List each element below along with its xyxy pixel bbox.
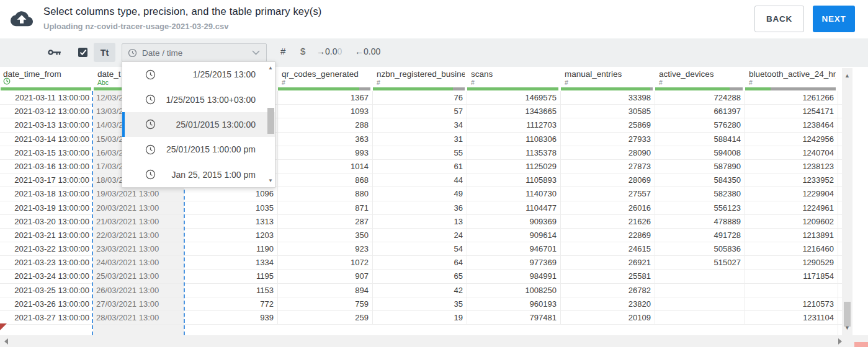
table-cell[interactable]: 984991	[467, 270, 560, 283]
table-cell[interactable]: 24/03/2021 13:00	[93, 256, 185, 269]
table-cell[interactable]: 1125029	[467, 160, 560, 173]
table-cell[interactable]: 61	[372, 160, 467, 173]
dropdown-option[interactable]: 1/25/2015 13:00	[122, 62, 275, 87]
table-cell[interactable]: 1140730	[467, 187, 560, 200]
table-cell[interactable]	[655, 297, 745, 310]
increase-decimals-button[interactable]: →0.00	[316, 46, 342, 56]
decrease-decimals-button[interactable]: ←0.00	[355, 46, 380, 56]
table-cell[interactable]: 36	[372, 201, 467, 214]
table-cell[interactable]: 923	[277, 242, 372, 255]
table-cell[interactable]: 20/03/2021 13:00	[93, 201, 185, 214]
table-cell[interactable]: 30585	[560, 105, 655, 118]
currency-type-button[interactable]: $	[300, 46, 305, 56]
table-cell[interactable]: 2021-03-11 13:00:00	[0, 91, 93, 104]
table-cell[interactable]	[655, 311, 745, 324]
table-cell[interactable]: 23820	[560, 297, 655, 310]
table-cell[interactable]: 1343665	[467, 105, 560, 118]
table-cell[interactable]: 977369	[467, 256, 560, 269]
table-cell[interactable]: 584350	[655, 174, 745, 187]
table-cell[interactable]: 28090	[560, 146, 655, 159]
table-cell[interactable]: 19/03/2021 13:00	[93, 187, 185, 200]
table-cell[interactable]: 287	[277, 215, 372, 228]
table-cell[interactable]: 1195	[185, 270, 277, 283]
table-cell[interactable]: 909614	[467, 229, 560, 242]
table-cell[interactable]: 1014	[277, 160, 372, 173]
table-cell[interactable]: 759	[277, 297, 372, 310]
scroll-up-arrow-icon[interactable]: ▲	[267, 65, 274, 71]
table-cell[interactable]: 2021-03-16 13:00:00	[0, 160, 93, 173]
table-cell[interactable]: 2021-03-12 13:00:00	[0, 105, 93, 118]
column-header-nzbn_registered_busine[interactable]: nzbn_registered_busine#	[372, 67, 467, 91]
table-cell[interactable]: 2021-03-23 13:00:00	[0, 256, 93, 269]
table-cell[interactable]: 2021-03-18 13:00:00	[0, 187, 93, 200]
table-cell[interactable]: 2021-03-26 13:00:00	[0, 297, 93, 310]
table-cell[interactable]: 55	[372, 146, 467, 159]
table-cell[interactable]: 1035	[185, 201, 277, 214]
table-cell[interactable]: 505836	[655, 242, 745, 255]
table-cell[interactable]: 1072	[277, 256, 372, 269]
table-cell[interactable]: 1216460	[745, 242, 838, 255]
table-cell[interactable]: 42	[372, 284, 467, 297]
table-cell[interactable]	[655, 284, 745, 297]
table-cell[interactable]: 1240704	[745, 146, 838, 159]
table-cell[interactable]: 1135378	[467, 146, 560, 159]
table-cell[interactable]: 26016	[560, 201, 655, 214]
table-cell[interactable]: 1334	[185, 256, 277, 269]
table-cell[interactable]: 25581	[560, 270, 655, 283]
table-cell[interactable]: 894	[277, 284, 372, 297]
table-cell[interactable]: 1153	[185, 284, 277, 297]
table-cell[interactable]: 65	[372, 270, 467, 283]
table-cell[interactable]: 28069	[560, 174, 655, 187]
table-cell[interactable]: 26782	[560, 284, 655, 297]
primary-key-icon[interactable]	[47, 48, 62, 57]
table-cell[interactable]: 27557	[560, 187, 655, 200]
number-type-button[interactable]: #	[280, 46, 285, 56]
table-cell[interactable]: 1008250	[467, 284, 560, 297]
table-cell[interactable]: 478889	[655, 215, 745, 228]
table-cell[interactable]: 556123	[655, 201, 745, 214]
table-cell[interactable]: 1469575	[467, 91, 560, 104]
table-cell[interactable]: 1209602	[745, 215, 838, 228]
dropdown-option[interactable]: 1/25/2015 13:00+03:00	[122, 87, 275, 112]
table-cell[interactable]: 22/03/2021 13:00	[93, 229, 185, 242]
table-cell[interactable]: 2021-03-15 13:00:00	[0, 146, 93, 159]
table-cell[interactable]: 1231104	[745, 311, 838, 324]
table-cell[interactable]: 2021-03-19 13:00:00	[0, 201, 93, 214]
table-cell[interactable]: 1203	[185, 229, 277, 242]
scroll-down-arrow-icon[interactable]: ▼	[267, 178, 274, 184]
table-cell[interactable]: 588414	[655, 133, 745, 146]
table-cell[interactable]: 24	[372, 229, 467, 242]
table-cell[interactable]: 868	[277, 174, 372, 187]
table-cell[interactable]: 259	[277, 311, 372, 324]
table-cell[interactable]: 797481	[467, 311, 560, 324]
table-cell[interactable]: 20109	[560, 311, 655, 324]
table-cell[interactable]: 2021-03-14 13:00:00	[0, 133, 93, 146]
table-cell[interactable]: 64	[372, 256, 467, 269]
table-cell[interactable]: 1213891	[745, 229, 838, 242]
table-cell[interactable]: 939	[185, 311, 277, 324]
table-cell[interactable]: 576280	[655, 118, 745, 131]
scroll-right-arrow-icon[interactable]	[838, 338, 842, 345]
next-button[interactable]: NEXT	[813, 6, 855, 32]
table-cell[interactable]: 23/03/2021 13:00	[93, 242, 185, 255]
table-cell[interactable]: 54	[372, 242, 467, 255]
table-cell[interactable]: 515027	[655, 256, 745, 269]
table-cell[interactable]	[655, 270, 745, 283]
dropdown-scrollbar-thumb[interactable]	[267, 108, 274, 134]
horizontal-scrollbar[interactable]	[0, 335, 868, 347]
table-cell[interactable]: 772	[185, 297, 277, 310]
column-header-date_time_from[interactable]: date_time_from	[0, 67, 93, 91]
table-cell[interactable]: 26/03/2021 13:00	[93, 284, 185, 297]
table-cell[interactable]: 1112703	[467, 118, 560, 131]
table-cell[interactable]: 27933	[560, 133, 655, 146]
table-cell[interactable]: 1096	[185, 187, 277, 200]
table-cell[interactable]: 1190	[185, 242, 277, 255]
table-cell[interactable]: 19	[372, 311, 467, 324]
scroll-down-arrow-icon[interactable]: ▼	[842, 325, 852, 331]
table-cell[interactable]	[745, 284, 838, 297]
vertical-scrollbar[interactable]: ▲ ▼	[842, 68, 852, 335]
table-cell[interactable]: 993	[277, 146, 372, 159]
table-cell[interactable]: 33398	[560, 91, 655, 104]
table-cell[interactable]: 946701	[467, 242, 560, 255]
table-cell[interactable]: 25/03/2021 13:00	[93, 270, 185, 283]
